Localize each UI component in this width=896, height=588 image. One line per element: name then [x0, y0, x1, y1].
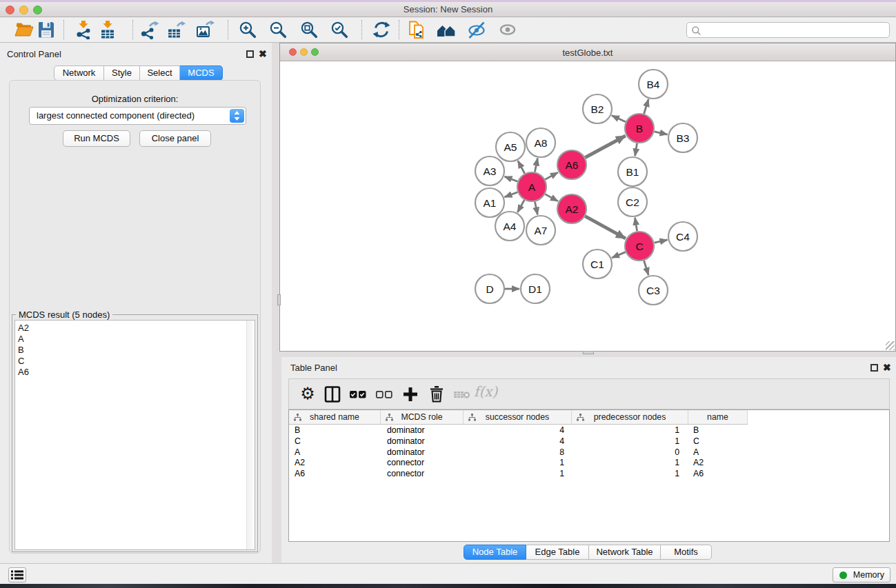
graph-node-B4[interactable]: B4: [639, 70, 668, 99]
graph-edge-A-A6[interactable]: [545, 172, 558, 179]
tab-select[interactable]: Select: [140, 65, 180, 81]
export-network-icon[interactable]: [140, 20, 159, 39]
graph-edge-C-C4[interactable]: [654, 240, 667, 243]
mcds-result-list[interactable]: A2ABCA6: [14, 320, 255, 550]
float-panel-icon[interactable]: [246, 50, 254, 58]
mcds-result-item[interactable]: A2: [15, 323, 255, 334]
zoom-in-icon[interactable]: [238, 20, 257, 39]
graph-node-B2[interactable]: B2: [583, 94, 612, 123]
graph-node-A4[interactable]: A4: [495, 212, 524, 241]
zoom-selected-icon[interactable]: [330, 20, 349, 39]
graph-edge-A-A1[interactable]: [505, 192, 518, 197]
tab-node-table[interactable]: Node Table: [464, 545, 526, 560]
graph-edge-B-B3[interactable]: [654, 132, 667, 134]
tab-edge-table[interactable]: Edge Table: [526, 545, 589, 560]
close-panel-button[interactable]: Close panel: [139, 130, 211, 147]
column-header-MCDS-role[interactable]: MCDS role: [381, 410, 464, 424]
table-row[interactable]: Adominator80A: [289, 447, 890, 458]
graph-node-A2[interactable]: A2: [557, 194, 586, 223]
graph-node-A5[interactable]: A5: [496, 132, 525, 161]
tab-network-table[interactable]: Network Table: [589, 545, 661, 560]
mcds-result-item[interactable]: A: [15, 334, 255, 345]
show-graphics-details-icon[interactable]: [498, 20, 517, 39]
close-panel-icon[interactable]: ✖: [883, 364, 891, 372]
import-table-icon[interactable]: [98, 20, 117, 39]
close-panel-icon[interactable]: ✖: [259, 50, 267, 58]
import-network-icon[interactable]: [74, 20, 93, 39]
graph-node-C3[interactable]: C3: [639, 276, 668, 305]
graph-node-A6[interactable]: A6: [557, 150, 586, 179]
graph-edge-A-A7[interactable]: [535, 202, 537, 215]
task-history-button[interactable]: [8, 567, 26, 582]
tab-network[interactable]: Network: [54, 65, 104, 81]
mcds-result-item[interactable]: C: [15, 356, 255, 367]
graph-node-B3[interactable]: B3: [668, 123, 697, 152]
refresh-view-icon[interactable]: [372, 20, 391, 39]
graph-node-D[interactable]: D: [475, 274, 504, 303]
vertical-splitter-handle[interactable]: [583, 351, 594, 354]
zoom-fit-icon[interactable]: [299, 20, 319, 39]
hide-graphics-details-icon[interactable]: [467, 20, 486, 39]
graph-edge-B-B4[interactable]: [644, 99, 649, 114]
zoom-out-icon[interactable]: [268, 20, 288, 39]
tab-motifs[interactable]: Motifs: [661, 545, 712, 560]
horizontal-splitter-handle[interactable]: [277, 294, 281, 305]
save-session-icon[interactable]: [37, 20, 56, 39]
graph-node-C2[interactable]: C2: [618, 187, 647, 216]
table-row[interactable]: Bdominator41B: [289, 425, 890, 436]
window-resize-grip[interactable]: [886, 341, 895, 350]
graph-node-A[interactable]: A: [517, 172, 546, 201]
optimization-select[interactable]: largest connected component (directed): [29, 107, 246, 125]
graph-edge-A-A2[interactable]: [545, 194, 558, 201]
graph-node-A8[interactable]: A8: [526, 128, 555, 157]
export-table-icon[interactable]: [166, 20, 186, 39]
graph-edge-C-C2[interactable]: [635, 218, 637, 232]
column-header-successor-nodes[interactable]: successor nodes: [464, 410, 572, 424]
memory-button[interactable]: Memory: [833, 567, 890, 582]
column-header-name[interactable]: name: [688, 410, 748, 424]
column-header-shared-name[interactable]: shared name: [289, 410, 381, 424]
copy-network-icon[interactable]: [407, 20, 426, 39]
delete-columns-icon[interactable]: [428, 385, 446, 403]
graph-edge-B-B1[interactable]: [635, 143, 637, 156]
mcds-result-item[interactable]: B: [15, 345, 255, 356]
graph-node-A7[interactable]: A7: [526, 216, 555, 245]
graph-edge-A-A5[interactable]: [518, 161, 525, 173]
graph-node-C1[interactable]: C1: [583, 250, 612, 278]
graph-node-B[interactable]: B: [625, 114, 654, 143]
deselect-all-icon[interactable]: [375, 385, 393, 403]
graph-node-C4[interactable]: C4: [668, 222, 697, 251]
column-header-predecessor-nodes[interactable]: predecessor nodes: [572, 410, 688, 424]
graph-node-A3[interactable]: A3: [475, 156, 504, 185]
graph-node-B1[interactable]: B1: [618, 157, 647, 186]
run-mcds-button[interactable]: Run MCDS: [63, 130, 130, 147]
first-neighbors-icon[interactable]: [437, 20, 456, 39]
float-panel-icon[interactable]: [870, 364, 878, 372]
graph-edge-C-C3[interactable]: [644, 261, 649, 275]
table-options-icon[interactable]: ⚙: [299, 385, 317, 403]
table-row[interactable]: A6connector11A6: [289, 469, 890, 480]
select-all-icon[interactable]: [349, 385, 367, 403]
open-session-icon[interactable]: [14, 20, 34, 39]
tab-style[interactable]: Style: [104, 65, 140, 81]
graph-edge-B-B2[interactable]: [612, 116, 626, 122]
table-row[interactable]: A2connector11A2: [289, 458, 890, 469]
graph-node-C[interactable]: C: [625, 232, 654, 261]
export-image-icon[interactable]: [195, 20, 215, 39]
graph-edge-A-A4[interactable]: [517, 200, 524, 212]
graph-edge-A6-B[interactable]: [585, 136, 625, 158]
show-columns-icon[interactable]: [323, 385, 341, 403]
network-window-titlebar[interactable]: testGlobe.txt: [280, 43, 895, 61]
graph-node-A1[interactable]: A1: [475, 188, 504, 217]
scrollbar[interactable]: [246, 321, 255, 549]
graph-edge-A-A3[interactable]: [505, 176, 518, 181]
table-row[interactable]: Cdominator41C: [289, 436, 890, 447]
tab-mcds[interactable]: MCDS: [180, 65, 223, 81]
graph-edge-C-C1[interactable]: [612, 252, 626, 258]
create-column-icon[interactable]: [401, 385, 419, 403]
search-input[interactable]: [704, 23, 886, 37]
mcds-result-item[interactable]: A6: [15, 367, 255, 378]
network-graph-canvas[interactable]: B4B2BB3A8A5A6B1A3AA1C2A2A4A7C4CC1DD1C3: [280, 62, 895, 352]
graph-edge-A-A8[interactable]: [535, 159, 537, 172]
graph-node-D1[interactable]: D1: [521, 274, 550, 303]
